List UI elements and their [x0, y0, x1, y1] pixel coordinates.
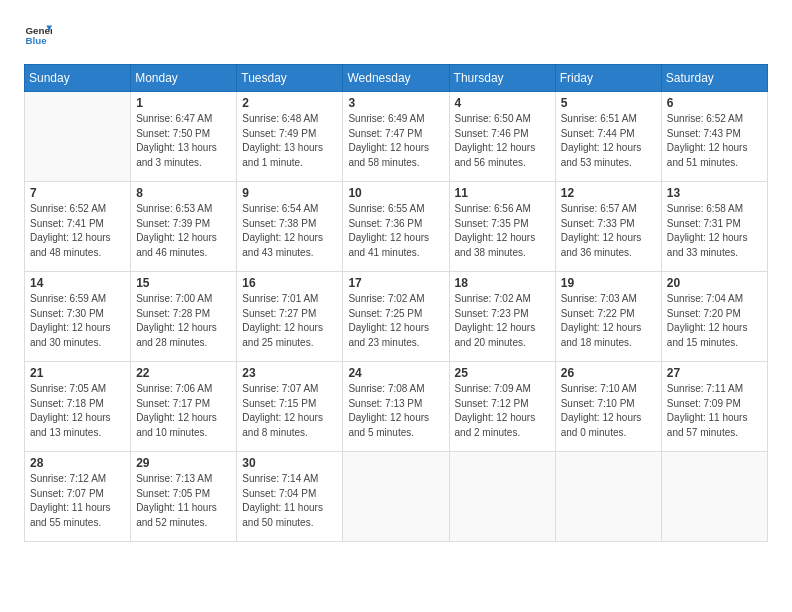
week-row-3: 21Sunrise: 7:05 AM Sunset: 7:18 PM Dayli… — [25, 362, 768, 452]
calendar-cell: 28Sunrise: 7:12 AM Sunset: 7:07 PM Dayli… — [25, 452, 131, 542]
day-number: 7 — [30, 186, 125, 200]
day-info: Sunrise: 7:11 AM Sunset: 7:09 PM Dayligh… — [667, 382, 762, 440]
day-info: Sunrise: 6:49 AM Sunset: 7:47 PM Dayligh… — [348, 112, 443, 170]
header-sunday: Sunday — [25, 65, 131, 92]
header-tuesday: Tuesday — [237, 65, 343, 92]
day-number: 1 — [136, 96, 231, 110]
calendar-cell — [661, 452, 767, 542]
day-number: 9 — [242, 186, 337, 200]
calendar-cell: 1Sunrise: 6:47 AM Sunset: 7:50 PM Daylig… — [131, 92, 237, 182]
calendar-cell — [555, 452, 661, 542]
calendar-cell: 13Sunrise: 6:58 AM Sunset: 7:31 PM Dayli… — [661, 182, 767, 272]
calendar-cell: 27Sunrise: 7:11 AM Sunset: 7:09 PM Dayli… — [661, 362, 767, 452]
calendar-cell — [449, 452, 555, 542]
calendar-cell: 17Sunrise: 7:02 AM Sunset: 7:25 PM Dayli… — [343, 272, 449, 362]
week-row-0: 1Sunrise: 6:47 AM Sunset: 7:50 PM Daylig… — [25, 92, 768, 182]
calendar-cell: 4Sunrise: 6:50 AM Sunset: 7:46 PM Daylig… — [449, 92, 555, 182]
week-row-1: 7Sunrise: 6:52 AM Sunset: 7:41 PM Daylig… — [25, 182, 768, 272]
day-number: 19 — [561, 276, 656, 290]
day-number: 6 — [667, 96, 762, 110]
week-row-2: 14Sunrise: 6:59 AM Sunset: 7:30 PM Dayli… — [25, 272, 768, 362]
day-number: 8 — [136, 186, 231, 200]
day-number: 17 — [348, 276, 443, 290]
calendar: SundayMondayTuesdayWednesdayThursdayFrid… — [24, 64, 768, 542]
day-info: Sunrise: 6:48 AM Sunset: 7:49 PM Dayligh… — [242, 112, 337, 170]
day-number: 16 — [242, 276, 337, 290]
calendar-cell: 9Sunrise: 6:54 AM Sunset: 7:38 PM Daylig… — [237, 182, 343, 272]
day-info: Sunrise: 6:59 AM Sunset: 7:30 PM Dayligh… — [30, 292, 125, 350]
day-number: 12 — [561, 186, 656, 200]
calendar-cell: 22Sunrise: 7:06 AM Sunset: 7:17 PM Dayli… — [131, 362, 237, 452]
day-info: Sunrise: 6:52 AM Sunset: 7:41 PM Dayligh… — [30, 202, 125, 260]
day-info: Sunrise: 6:58 AM Sunset: 7:31 PM Dayligh… — [667, 202, 762, 260]
day-number: 2 — [242, 96, 337, 110]
calendar-header-row: SundayMondayTuesdayWednesdayThursdayFrid… — [25, 65, 768, 92]
week-row-4: 28Sunrise: 7:12 AM Sunset: 7:07 PM Dayli… — [25, 452, 768, 542]
day-number: 14 — [30, 276, 125, 290]
logo: General Blue — [24, 20, 56, 48]
calendar-cell: 16Sunrise: 7:01 AM Sunset: 7:27 PM Dayli… — [237, 272, 343, 362]
calendar-cell: 30Sunrise: 7:14 AM Sunset: 7:04 PM Dayli… — [237, 452, 343, 542]
calendar-cell: 25Sunrise: 7:09 AM Sunset: 7:12 PM Dayli… — [449, 362, 555, 452]
day-info: Sunrise: 6:56 AM Sunset: 7:35 PM Dayligh… — [455, 202, 550, 260]
day-info: Sunrise: 7:03 AM Sunset: 7:22 PM Dayligh… — [561, 292, 656, 350]
day-number: 30 — [242, 456, 337, 470]
calendar-cell: 8Sunrise: 6:53 AM Sunset: 7:39 PM Daylig… — [131, 182, 237, 272]
day-number: 21 — [30, 366, 125, 380]
day-number: 27 — [667, 366, 762, 380]
day-info: Sunrise: 7:01 AM Sunset: 7:27 PM Dayligh… — [242, 292, 337, 350]
day-info: Sunrise: 7:08 AM Sunset: 7:13 PM Dayligh… — [348, 382, 443, 440]
day-info: Sunrise: 7:04 AM Sunset: 7:20 PM Dayligh… — [667, 292, 762, 350]
calendar-cell: 15Sunrise: 7:00 AM Sunset: 7:28 PM Dayli… — [131, 272, 237, 362]
calendar-cell — [25, 92, 131, 182]
calendar-cell: 7Sunrise: 6:52 AM Sunset: 7:41 PM Daylig… — [25, 182, 131, 272]
day-number: 26 — [561, 366, 656, 380]
day-number: 4 — [455, 96, 550, 110]
day-number: 18 — [455, 276, 550, 290]
day-number: 28 — [30, 456, 125, 470]
day-number: 29 — [136, 456, 231, 470]
day-info: Sunrise: 7:13 AM Sunset: 7:05 PM Dayligh… — [136, 472, 231, 530]
day-info: Sunrise: 6:51 AM Sunset: 7:44 PM Dayligh… — [561, 112, 656, 170]
day-number: 20 — [667, 276, 762, 290]
day-number: 23 — [242, 366, 337, 380]
day-info: Sunrise: 7:10 AM Sunset: 7:10 PM Dayligh… — [561, 382, 656, 440]
day-info: Sunrise: 6:50 AM Sunset: 7:46 PM Dayligh… — [455, 112, 550, 170]
calendar-cell: 19Sunrise: 7:03 AM Sunset: 7:22 PM Dayli… — [555, 272, 661, 362]
day-info: Sunrise: 6:52 AM Sunset: 7:43 PM Dayligh… — [667, 112, 762, 170]
day-number: 25 — [455, 366, 550, 380]
day-info: Sunrise: 7:06 AM Sunset: 7:17 PM Dayligh… — [136, 382, 231, 440]
calendar-cell: 5Sunrise: 6:51 AM Sunset: 7:44 PM Daylig… — [555, 92, 661, 182]
calendar-cell: 23Sunrise: 7:07 AM Sunset: 7:15 PM Dayli… — [237, 362, 343, 452]
day-info: Sunrise: 6:54 AM Sunset: 7:38 PM Dayligh… — [242, 202, 337, 260]
day-number: 22 — [136, 366, 231, 380]
calendar-cell: 14Sunrise: 6:59 AM Sunset: 7:30 PM Dayli… — [25, 272, 131, 362]
day-info: Sunrise: 7:09 AM Sunset: 7:12 PM Dayligh… — [455, 382, 550, 440]
calendar-cell: 3Sunrise: 6:49 AM Sunset: 7:47 PM Daylig… — [343, 92, 449, 182]
day-info: Sunrise: 6:53 AM Sunset: 7:39 PM Dayligh… — [136, 202, 231, 260]
header-monday: Monday — [131, 65, 237, 92]
day-number: 5 — [561, 96, 656, 110]
logo-icon: General Blue — [24, 20, 52, 48]
calendar-cell: 6Sunrise: 6:52 AM Sunset: 7:43 PM Daylig… — [661, 92, 767, 182]
day-info: Sunrise: 7:00 AM Sunset: 7:28 PM Dayligh… — [136, 292, 231, 350]
header-thursday: Thursday — [449, 65, 555, 92]
svg-text:Blue: Blue — [25, 35, 47, 46]
day-info: Sunrise: 7:05 AM Sunset: 7:18 PM Dayligh… — [30, 382, 125, 440]
calendar-cell: 26Sunrise: 7:10 AM Sunset: 7:10 PM Dayli… — [555, 362, 661, 452]
day-info: Sunrise: 7:07 AM Sunset: 7:15 PM Dayligh… — [242, 382, 337, 440]
calendar-cell: 11Sunrise: 6:56 AM Sunset: 7:35 PM Dayli… — [449, 182, 555, 272]
header-friday: Friday — [555, 65, 661, 92]
calendar-cell: 18Sunrise: 7:02 AM Sunset: 7:23 PM Dayli… — [449, 272, 555, 362]
day-number: 10 — [348, 186, 443, 200]
header-saturday: Saturday — [661, 65, 767, 92]
day-info: Sunrise: 7:12 AM Sunset: 7:07 PM Dayligh… — [30, 472, 125, 530]
calendar-cell: 10Sunrise: 6:55 AM Sunset: 7:36 PM Dayli… — [343, 182, 449, 272]
day-info: Sunrise: 7:14 AM Sunset: 7:04 PM Dayligh… — [242, 472, 337, 530]
day-number: 3 — [348, 96, 443, 110]
header-wednesday: Wednesday — [343, 65, 449, 92]
calendar-cell: 12Sunrise: 6:57 AM Sunset: 7:33 PM Dayli… — [555, 182, 661, 272]
calendar-cell: 2Sunrise: 6:48 AM Sunset: 7:49 PM Daylig… — [237, 92, 343, 182]
day-info: Sunrise: 7:02 AM Sunset: 7:25 PM Dayligh… — [348, 292, 443, 350]
page-header: General Blue — [24, 20, 768, 48]
